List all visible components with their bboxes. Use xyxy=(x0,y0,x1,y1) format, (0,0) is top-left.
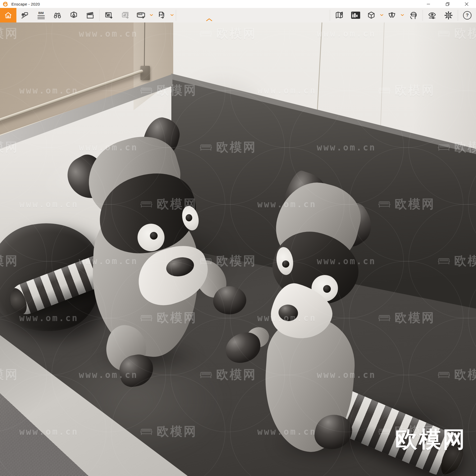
restore-icon xyxy=(446,2,450,6)
view-options-chevron[interactable] xyxy=(379,8,385,22)
help-button[interactable]: ? xyxy=(459,8,475,22)
eye-settings-icon xyxy=(427,11,437,20)
chevron-down-icon xyxy=(401,14,404,16)
raccoon-plush-right xyxy=(222,159,386,473)
help-icon: ? xyxy=(463,11,472,20)
clapperboard-icon xyxy=(85,11,95,20)
asset-library-icon xyxy=(351,12,360,19)
window-title: Enscape - 2020 xyxy=(11,2,40,6)
exe-export-icon: EXE xyxy=(157,11,166,20)
raccoon-pupil-right xyxy=(186,214,192,221)
mini-map-button[interactable] xyxy=(331,8,347,22)
orthographic-view-button[interactable] xyxy=(66,8,82,22)
toolbar-separator xyxy=(458,10,458,21)
vr-headset-icon xyxy=(409,11,418,20)
toolbar-separator xyxy=(176,10,176,21)
toolbar-separator xyxy=(330,10,330,21)
gear-icon xyxy=(444,11,453,20)
raccoon-pupil-left xyxy=(282,260,289,268)
large-watermark: 欧模网 xyxy=(395,424,466,455)
collaboration-button[interactable] xyxy=(16,8,33,22)
maximize-restore-button[interactable] xyxy=(438,0,457,8)
screenshot-export-button[interactable] xyxy=(101,8,117,22)
find-view-button[interactable] xyxy=(49,8,66,22)
minimize-icon xyxy=(427,2,430,6)
batch-export-icon xyxy=(121,11,130,20)
chevron-up-icon xyxy=(205,18,213,22)
bim-information-button[interactable]: BIM xyxy=(33,8,49,22)
render-viewport[interactable]: 欧模网www.om.cn欧模网www.om.cn欧模网www.om.cn欧模网w… xyxy=(0,22,476,476)
wall-outlet xyxy=(140,66,150,80)
bim-icon: BIM xyxy=(36,12,45,19)
vr-headset-button[interactable] xyxy=(405,8,422,22)
toolbar-separator xyxy=(423,10,423,21)
screenshot-export-icon xyxy=(104,11,114,20)
visual-settings-button[interactable] xyxy=(424,8,440,22)
raccoon-pupil-right xyxy=(323,285,331,293)
svg-text:360°: 360° xyxy=(138,13,144,16)
wings-icon xyxy=(387,11,397,20)
exe-options-chevron[interactable] xyxy=(169,8,175,22)
panorama-options-chevron[interactable] xyxy=(148,8,154,22)
chevron-down-icon xyxy=(170,14,174,16)
raccoon-pupil-left xyxy=(150,232,158,240)
enscape-logo-icon xyxy=(2,1,8,7)
panorama-360-icon: 360° xyxy=(136,10,146,20)
mini-map-icon xyxy=(335,11,344,20)
batch-export-button[interactable] xyxy=(117,8,134,22)
home-button[interactable] xyxy=(0,8,16,22)
close-icon xyxy=(465,2,469,6)
titlebar: Enscape - 2020 xyxy=(0,0,476,8)
projection-cube-icon xyxy=(69,11,79,20)
settings-button[interactable] xyxy=(440,8,457,22)
toolbar: BIM xyxy=(0,8,476,23)
video-editor-button[interactable] xyxy=(82,8,98,22)
svg-text:EXE: EXE xyxy=(159,13,164,16)
view-projection-button[interactable] xyxy=(364,8,379,22)
collapse-toolbar-button[interactable] xyxy=(205,16,213,22)
collaboration-pin-icon xyxy=(20,11,29,20)
close-button[interactable] xyxy=(457,0,476,8)
asset-library-button[interactable] xyxy=(347,8,364,22)
home-icon xyxy=(4,11,13,20)
panorama-360-export-button[interactable]: 360° xyxy=(134,8,148,22)
toolbar-separator xyxy=(99,10,100,21)
minimize-button[interactable] xyxy=(419,0,438,8)
chevron-down-icon xyxy=(380,14,383,16)
view-cube-icon xyxy=(367,11,376,20)
exe-export-button[interactable]: EXE xyxy=(154,8,169,22)
fly-mode-options-chevron[interactable] xyxy=(399,8,405,22)
chevron-down-icon xyxy=(150,14,153,16)
binoculars-icon xyxy=(53,11,62,20)
enscape-window: Enscape - 2020 xyxy=(0,0,476,476)
fly-walk-mode-button[interactable] xyxy=(385,8,399,22)
